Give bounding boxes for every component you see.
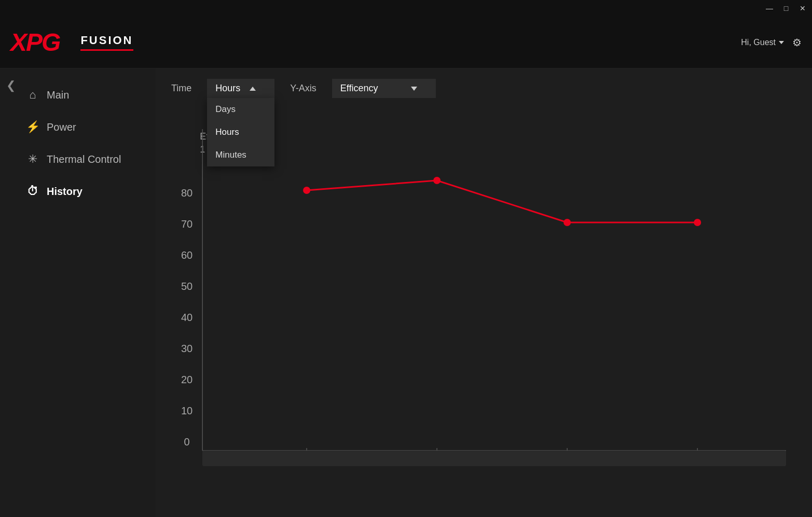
time-label: Time bbox=[171, 83, 191, 94]
sidebar: ❮ ⌂ Main ⚡ Power ✳ Thermal Control ⏱ His… bbox=[0, 68, 156, 517]
sidebar-label-history: History bbox=[47, 186, 82, 198]
sidebar-label-power: Power bbox=[47, 121, 76, 133]
time-dropdown-arrow-icon bbox=[250, 87, 256, 91]
sidebar-item-history[interactable]: ⏱ History bbox=[0, 175, 156, 207]
sidebar-item-main[interactable]: ⌂ Main bbox=[0, 79, 156, 111]
data-point-3 bbox=[563, 219, 571, 226]
header-right: Hi, Guest ⚙ bbox=[741, 36, 802, 49]
user-chevron-icon[interactable] bbox=[779, 41, 784, 44]
yaxis-dropdown-container: Efficency bbox=[332, 79, 436, 98]
user-greeting: Hi, Guest bbox=[741, 38, 784, 47]
main-layout: ❮ ⌂ Main ⚡ Power ✳ Thermal Control ⏱ His… bbox=[0, 68, 812, 517]
yaxis-dropdown-value: Efficency bbox=[340, 83, 378, 94]
dropdown-option-hours[interactable]: Hours bbox=[207, 121, 274, 144]
title-bar: — □ ✕ bbox=[0, 0, 812, 17]
chart-line bbox=[307, 180, 697, 222]
time-dropdown-menu: Days Hours Minutes bbox=[207, 98, 274, 166]
power-icon: ⚡ bbox=[26, 120, 39, 134]
yaxis-dropdown[interactable]: Efficency bbox=[332, 79, 436, 98]
data-point-1 bbox=[303, 187, 310, 194]
sidebar-item-thermal[interactable]: ✳ Thermal Control bbox=[0, 143, 156, 175]
close-button[interactable]: ✕ bbox=[797, 4, 808, 12]
time-dropdown-value: Hours bbox=[215, 83, 240, 94]
y-label-60: 60 bbox=[181, 249, 192, 261]
controls-row: Time Hours Days Hours Minutes Y-Axis Eff… bbox=[171, 79, 796, 98]
nav-fusion: FUSION bbox=[80, 34, 133, 51]
dropdown-option-minutes[interactable]: Minutes bbox=[207, 144, 274, 166]
maximize-button[interactable]: □ bbox=[781, 4, 791, 12]
sidebar-label-main: Main bbox=[47, 89, 69, 101]
header: XPG FUSION Hi, Guest ⚙ bbox=[0, 17, 812, 68]
y-label-70: 70 bbox=[181, 218, 192, 230]
sidebar-collapse-button[interactable]: ❮ bbox=[6, 79, 16, 92]
y-label-10: 10 bbox=[181, 405, 192, 416]
y-label-30: 30 bbox=[181, 343, 192, 354]
data-point-2 bbox=[433, 177, 441, 184]
logo-text: XPG bbox=[10, 30, 60, 55]
history-icon: ⏱ bbox=[26, 185, 39, 198]
sidebar-item-power[interactable]: ⚡ Power bbox=[0, 111, 156, 143]
yaxis-dropdown-arrow-icon bbox=[411, 87, 417, 91]
chart-scrollbar[interactable] bbox=[202, 451, 786, 466]
thermal-icon: ✳ bbox=[26, 152, 39, 166]
y-label-0: 0 bbox=[184, 436, 190, 448]
sidebar-label-thermal: Thermal Control bbox=[47, 153, 121, 165]
dropdown-option-days[interactable]: Days bbox=[207, 98, 274, 121]
settings-icon[interactable]: ⚙ bbox=[792, 36, 802, 49]
minimize-button[interactable]: — bbox=[764, 4, 775, 12]
time-dropdown-container: Hours Days Hours Minutes bbox=[207, 79, 274, 98]
y-label-80: 80 bbox=[181, 187, 192, 199]
y-label-40: 40 bbox=[181, 312, 192, 323]
user-name: Hi, Guest bbox=[741, 38, 776, 47]
content-area: Time Hours Days Hours Minutes Y-Axis Eff… bbox=[156, 68, 812, 517]
data-point-4 bbox=[694, 219, 701, 226]
yaxis-label: Y-Axis bbox=[290, 83, 316, 94]
y-label-20: 20 bbox=[181, 374, 192, 385]
logo: XPG bbox=[10, 30, 60, 55]
y-label-50: 50 bbox=[181, 281, 192, 292]
home-icon: ⌂ bbox=[26, 88, 39, 102]
time-dropdown[interactable]: Hours bbox=[207, 79, 274, 98]
